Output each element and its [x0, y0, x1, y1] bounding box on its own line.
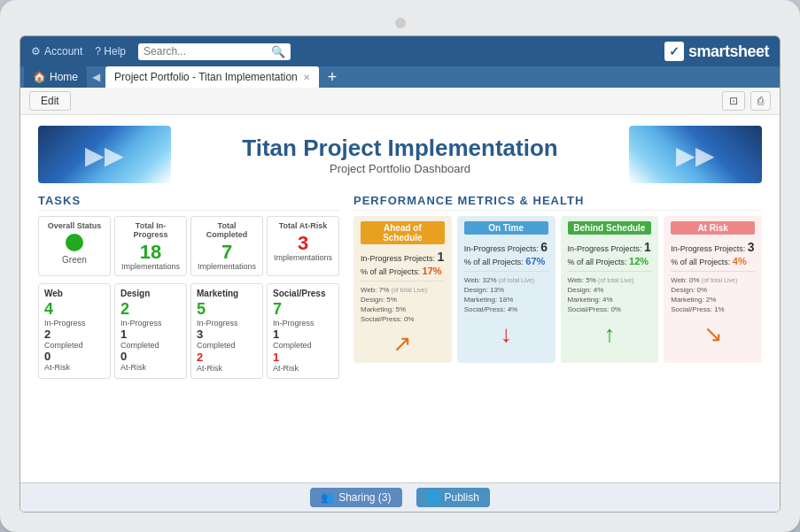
- edit-button[interactable]: Edit: [29, 91, 71, 111]
- total-inprogress-label: Total In-Progress: [120, 221, 181, 239]
- active-tab-label: Project Portfolio - Titan Implementation: [114, 71, 298, 83]
- search-input[interactable]: [144, 45, 268, 58]
- logo-text: smartsheet: [688, 42, 769, 61]
- total-atrisk-card: Total At-Risk 3 Implementations: [267, 216, 339, 276]
- tab-add-button[interactable]: +: [321, 68, 345, 87]
- total-atrisk-value: 3: [273, 234, 333, 253]
- cat-label: Design: [120, 289, 181, 298]
- tasks-title: TASKS: [38, 194, 339, 211]
- status-dot-green: [66, 234, 83, 251]
- total-completed-label: Total Completed: [197, 221, 257, 239]
- help-menu[interactable]: ? Help: [95, 45, 126, 58]
- category-card-social/press: Social/Press 7 In-Progress 1 Completed 1…: [267, 283, 339, 379]
- sharing-button[interactable]: 👥 Sharing (3): [310, 488, 401, 507]
- account-label: Account: [44, 45, 82, 58]
- publish-label: Publish: [445, 491, 479, 504]
- publish-button[interactable]: 🌐 Publish: [416, 488, 490, 507]
- cat-atrisk-value: 1: [273, 351, 333, 364]
- logo-check-icon: ✓: [664, 42, 684, 61]
- total-atrisk-label: Total At-Risk: [273, 221, 333, 230]
- category-card-design: Design 2 In-Progress 1 Completed 0 At-Ri…: [114, 283, 187, 379]
- home-icon: 🏠: [33, 71, 46, 83]
- cat-label: Marketing: [197, 289, 257, 298]
- banner-image-right: [629, 126, 762, 183]
- perf-arrow: ↘: [671, 320, 755, 348]
- perf-col-atrisk: At Risk In-Progress Projects: 3 % of all…: [664, 216, 762, 363]
- search-bar[interactable]: 🔍: [138, 43, 291, 60]
- bottom-bar: 👥 Sharing (3) 🌐 Publish: [20, 482, 780, 512]
- help-label: ? Help: [95, 45, 126, 58]
- perf-col-header: On Time: [464, 221, 548, 235]
- perf-col-header: At Risk: [671, 221, 755, 235]
- perf-arrow: ↗: [361, 330, 445, 358]
- total-inprogress-card: Total In-Progress 18 Implementations: [114, 216, 187, 276]
- tab-home[interactable]: 🏠 Home: [24, 66, 87, 88]
- total-atrisk-sub: Implementations: [273, 253, 333, 262]
- overall-status-card: Overall Status Green: [38, 216, 111, 276]
- category-card-marketing: Marketing 5 In-Progress 3 Completed 2 At…: [190, 283, 263, 379]
- total-completed-card: Total Completed 7 Implementations: [190, 216, 263, 276]
- tasks-section: TASKS Overall Status Green Total In-Prog…: [38, 194, 339, 379]
- monitor-button[interactable]: ⊡: [722, 91, 745, 111]
- cat-label: Web: [44, 289, 105, 298]
- perf-arrow: ↑: [568, 320, 652, 348]
- cat-inprogress-value: 2: [120, 301, 181, 319]
- total-completed-value: 7: [197, 243, 257, 262]
- dashboard-title: Titan Project Implementation: [242, 135, 557, 162]
- cat-atrisk-value: 0: [44, 351, 105, 363]
- tab-close-button[interactable]: ✕: [303, 73, 310, 82]
- performance-section: PERFORMANCE METRICS & HEALTH Ahead of Sc…: [353, 194, 762, 379]
- publish-icon: 🌐: [427, 491, 440, 504]
- category-card-web: Web 4 In-Progress 2 Completed 0 At-Risk: [38, 283, 111, 379]
- perf-col-behind: Behind Schedule In-Progress Projects: 1 …: [561, 216, 659, 363]
- total-completed-sub: Implementations: [197, 262, 257, 271]
- performance-title: PERFORMANCE METRICS & HEALTH: [353, 194, 762, 211]
- cat-atrisk-value: 0: [120, 351, 181, 363]
- print-button[interactable]: ⎙: [750, 91, 771, 111]
- tab-nav-arrow: ◀: [89, 71, 104, 83]
- total-inprogress-value: 18: [120, 243, 181, 262]
- cat-completed-value: 1: [273, 328, 333, 341]
- sharing-icon: 👥: [321, 491, 334, 504]
- home-tab-label: Home: [50, 71, 78, 83]
- gear-icon: ⚙: [31, 45, 41, 58]
- search-icon: 🔍: [271, 45, 285, 58]
- overall-status-value: Green: [44, 255, 105, 265]
- sharing-label: Sharing (3): [338, 491, 391, 504]
- logo: ✓ smartsheet: [664, 42, 769, 61]
- account-menu[interactable]: ⚙ Account: [31, 45, 82, 58]
- banner-image-left: [38, 126, 171, 183]
- banner-title: Titan Project Implementation Project Por…: [242, 135, 557, 175]
- perf-col-header: Ahead of Schedule: [361, 221, 445, 244]
- cat-atrisk-value: 2: [197, 351, 257, 364]
- cat-completed-value: 1: [120, 328, 181, 341]
- perf-col-ahead: Ahead of Schedule In-Progress Projects: …: [353, 216, 452, 363]
- perf-col-ontime: On Time In-Progress Projects: 6 % of all…: [457, 216, 555, 363]
- cat-completed-value: 3: [197, 328, 257, 341]
- tab-portfolio[interactable]: Project Portfolio - Titan Implementation…: [105, 66, 319, 88]
- cat-inprogress-value: 5: [197, 301, 257, 319]
- cat-label: Social/Press: [273, 289, 333, 298]
- dashboard-subtitle: Project Portfolio Dashboard: [242, 162, 557, 175]
- overall-status-label: Overall Status: [44, 221, 105, 230]
- banner: Titan Project Implementation Project Por…: [20, 115, 780, 194]
- total-inprogress-sub: Implementations: [120, 262, 181, 271]
- perf-col-header: Behind Schedule: [568, 221, 652, 235]
- perf-arrow: ↓: [464, 320, 548, 348]
- cat-completed-value: 2: [44, 328, 105, 341]
- cat-inprogress-value: 4: [44, 301, 105, 319]
- cat-inprogress-value: 7: [273, 301, 333, 319]
